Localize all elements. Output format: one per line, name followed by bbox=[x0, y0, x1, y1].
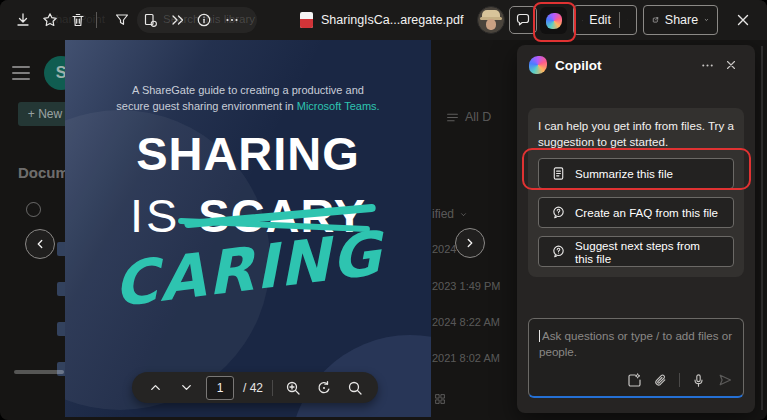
user-avatar[interactable] bbox=[477, 6, 505, 34]
comments-button[interactable] bbox=[509, 6, 537, 34]
chat-question-icon bbox=[551, 205, 566, 220]
prompt-library-icon[interactable] bbox=[626, 372, 642, 388]
microphone-icon[interactable] bbox=[691, 373, 706, 388]
more-horizontal-icon bbox=[700, 58, 715, 73]
suggestion-summarize-file[interactable]: Summarize this file bbox=[538, 158, 734, 189]
close-preview-button[interactable] bbox=[729, 6, 757, 34]
copilot-intro-text: I can help you get info from files. Try … bbox=[538, 118, 734, 149]
search-icon bbox=[347, 380, 363, 396]
preview-toolbar: SharePoint Search this library bbox=[0, 0, 767, 40]
double-chevron-right-icon bbox=[170, 12, 186, 28]
suggestion-label: Summarize this file bbox=[575, 167, 673, 180]
copilot-panel-title: Copilot bbox=[555, 58, 602, 73]
copilot-panel: Copilot I can help you get info from fil… bbox=[517, 45, 755, 413]
page-navigation-bar: / 42 bbox=[132, 372, 378, 403]
row-timestamp: 2021 8:02 AM bbox=[432, 352, 500, 364]
copilot-message-bubble: I can help you get info from files. Try … bbox=[528, 108, 744, 277]
copilot-input-placeholder: Ask questions or type / to add files or … bbox=[539, 328, 733, 360]
filter-icon bbox=[114, 12, 130, 28]
chevron-down-icon[interactable] bbox=[704, 15, 709, 25]
send-icon[interactable] bbox=[717, 372, 733, 388]
info-button[interactable] bbox=[190, 6, 218, 34]
row-timestamp: 2024 bbox=[432, 243, 456, 255]
suggestion-create-faq[interactable]: Create an FAQ from this file bbox=[538, 197, 734, 228]
window-scrollbar[interactable] bbox=[761, 46, 763, 410]
chevron-right-icon bbox=[463, 236, 477, 250]
copy-pages-button[interactable] bbox=[136, 6, 164, 34]
file-name-label: SharingIsCa...aregate.pdf bbox=[321, 13, 463, 27]
row-timestamp: 2024 8:22 AM bbox=[432, 316, 500, 328]
modified-column-header-background: ified bbox=[432, 207, 468, 221]
copilot-toolbar-button[interactable] bbox=[540, 7, 567, 34]
next-page-button[interactable] bbox=[455, 228, 485, 258]
copilot-logo-icon bbox=[529, 56, 547, 74]
copilot-input-toolbar bbox=[626, 372, 733, 388]
previous-page-button[interactable] bbox=[25, 229, 55, 259]
download-icon bbox=[15, 12, 31, 28]
comment-icon bbox=[515, 12, 531, 28]
share-icon bbox=[652, 13, 659, 27]
horizontal-scrollbar-background bbox=[14, 370, 64, 374]
slide-word-is: IS bbox=[130, 188, 180, 243]
suggestion-next-steps[interactable]: Suggest next steps from this file bbox=[538, 236, 734, 267]
page-total-label: / 42 bbox=[243, 381, 263, 395]
pdf-preview-window: S + New Documents All D ified 2024 2023 … bbox=[0, 0, 767, 420]
close-icon bbox=[735, 12, 751, 28]
divider bbox=[679, 373, 680, 387]
grid-view-icon bbox=[433, 392, 447, 406]
favorite-button[interactable] bbox=[36, 6, 64, 34]
divider bbox=[272, 380, 273, 396]
suggestion-label: Suggest next steps from this file bbox=[575, 239, 721, 265]
slide-subtitle-line1: A ShareGate guide to creating a producti… bbox=[65, 82, 431, 98]
row-timestamp: 2023 1:49 PM bbox=[432, 280, 501, 292]
search-in-document-button[interactable] bbox=[344, 377, 366, 399]
zoom-in-button[interactable] bbox=[282, 377, 304, 399]
edit-button[interactable]: Edit bbox=[573, 5, 637, 35]
pdf-page: A ShareGate guide to creating a producti… bbox=[65, 40, 431, 417]
pdf-file-icon bbox=[300, 12, 313, 28]
new-button-background: + New bbox=[18, 102, 72, 126]
pencil-icon bbox=[582, 14, 583, 27]
more-horizontal-icon bbox=[224, 12, 240, 28]
zoom-in-icon bbox=[285, 380, 301, 396]
suggestion-label: Create an FAQ from this file bbox=[575, 206, 718, 219]
slide-title-sharing: SHARING bbox=[65, 126, 431, 181]
rotate-icon bbox=[316, 380, 332, 396]
page-up-button[interactable] bbox=[144, 377, 166, 399]
view-selector-background: All D bbox=[446, 110, 491, 124]
more-options-button[interactable] bbox=[218, 6, 246, 34]
list-lines-icon bbox=[446, 111, 459, 124]
chevron-down-icon[interactable] bbox=[627, 15, 628, 25]
chevron-left-icon bbox=[33, 237, 47, 251]
copilot-close-button[interactable] bbox=[719, 53, 743, 77]
copilot-logo-icon bbox=[546, 13, 562, 29]
hamburger-menu-icon bbox=[12, 62, 30, 84]
chevron-down-icon bbox=[459, 210, 468, 219]
delete-button[interactable] bbox=[64, 6, 92, 34]
copilot-panel-header: Copilot bbox=[517, 45, 755, 85]
download-button[interactable] bbox=[9, 6, 37, 34]
share-button[interactable]: Share bbox=[643, 5, 718, 35]
page-number-input[interactable] bbox=[206, 376, 234, 400]
rotate-button[interactable] bbox=[313, 377, 335, 399]
divider bbox=[96, 12, 97, 28]
info-icon bbox=[196, 12, 212, 28]
edit-label: Edit bbox=[589, 13, 611, 27]
slide-subtitle-line2: secure guest sharing environment in Micr… bbox=[65, 98, 431, 114]
text-caret bbox=[539, 330, 540, 342]
copilot-chat-input[interactable]: Ask questions or type / to add files or … bbox=[528, 318, 744, 398]
teams-accent-text: Microsoft Teams. bbox=[297, 100, 380, 112]
chevron-up-icon bbox=[148, 380, 163, 395]
attach-file-icon[interactable] bbox=[653, 373, 668, 388]
copilot-more-options-button[interactable] bbox=[695, 53, 719, 77]
star-icon bbox=[42, 12, 58, 28]
page-down-button[interactable] bbox=[175, 377, 197, 399]
skip-forward-button[interactable] bbox=[164, 6, 192, 34]
chat-question-icon bbox=[551, 244, 566, 259]
summarize-document-icon bbox=[551, 166, 566, 181]
pages-icon bbox=[142, 12, 158, 28]
filter-button[interactable] bbox=[108, 6, 136, 34]
chevron-down-icon bbox=[179, 380, 194, 395]
file-title: SharingIsCa...aregate.pdf bbox=[300, 0, 463, 40]
slide-subtitle: A ShareGate guide to creating a producti… bbox=[65, 82, 431, 114]
